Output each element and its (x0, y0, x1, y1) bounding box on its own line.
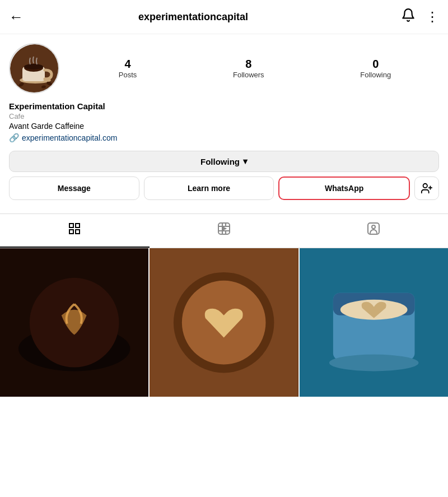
svg-rect-12 (76, 224, 80, 227)
message-button[interactable]: Message (9, 176, 139, 200)
profile-category: Cafe (9, 112, 439, 120)
link-chain-icon: 🔗 (9, 133, 20, 143)
stats-section: 4 Posts 8 Followers 0 Following (71, 58, 439, 79)
website-url: experimentationcapital.com (22, 133, 117, 142)
svg-point-34 (329, 355, 419, 371)
profile-tabs (0, 213, 448, 248)
photo-cell-2[interactable] (150, 248, 298, 397)
svg-rect-11 (69, 224, 73, 227)
learn-more-button[interactable]: Learn more (144, 176, 274, 200)
followers-stat[interactable]: 8 Followers (233, 58, 264, 79)
whatsapp-button[interactable]: WhatsApp (278, 176, 410, 200)
svg-point-4 (24, 64, 43, 69)
following-label: Following (200, 157, 240, 166)
svg-point-23 (372, 225, 375, 229)
profile-name: Experimentation Capital (9, 101, 439, 111)
chevron-down-icon: ▾ (243, 156, 248, 166)
add-person-icon (421, 182, 433, 194)
bio-section: Experimentation Capital Cafe Avant Garde… (9, 101, 439, 143)
following-button[interactable]: Following ▾ (9, 151, 439, 172)
followers-label: Followers (233, 71, 264, 79)
more-options-icon[interactable]: ⋮ (426, 9, 439, 25)
bell-icon[interactable] (401, 8, 416, 26)
action-buttons-row: Following ▾ (9, 151, 439, 172)
followers-count: 8 (245, 58, 251, 71)
profile-section: 4 Posts 8 Followers 0 Following Experime… (0, 34, 448, 213)
following-stat[interactable]: 0 Following (360, 58, 391, 79)
add-person-button[interactable] (414, 176, 439, 200)
tab-reels[interactable] (150, 214, 299, 248)
header: ← experimentationcapital ⋮ (0, 0, 448, 34)
tab-tagged[interactable] (298, 214, 448, 248)
photo-cell-1[interactable] (0, 248, 148, 397)
avatar[interactable] (9, 43, 59, 94)
photo-cell-3[interactable] (300, 248, 448, 397)
svg-rect-14 (76, 230, 80, 234)
tagged-icon (367, 222, 380, 239)
svg-rect-13 (69, 230, 73, 234)
posts-count: 4 (125, 58, 131, 71)
following-label: Following (360, 71, 391, 79)
svg-point-8 (423, 184, 427, 188)
following-count: 0 (372, 58, 379, 71)
profile-website-link[interactable]: 🔗 experimentationcapital.com (9, 133, 439, 143)
page-title: experimentationcapital (30, 11, 356, 23)
reels-icon (217, 222, 231, 239)
posts-label: Posts (119, 71, 137, 79)
tab-grid[interactable] (0, 214, 150, 248)
header-icons: ⋮ (401, 8, 439, 26)
back-button[interactable]: ← (9, 8, 24, 26)
grid-icon (68, 222, 81, 239)
profile-top: 4 Posts 8 Followers 0 Following (9, 43, 439, 94)
photo-grid (0, 248, 448, 397)
posts-stat[interactable]: 4 Posts (119, 58, 137, 79)
profile-tagline: Avant Garde Caffeine (9, 122, 439, 131)
secondary-buttons-row: Message Learn more WhatsApp (9, 176, 439, 200)
